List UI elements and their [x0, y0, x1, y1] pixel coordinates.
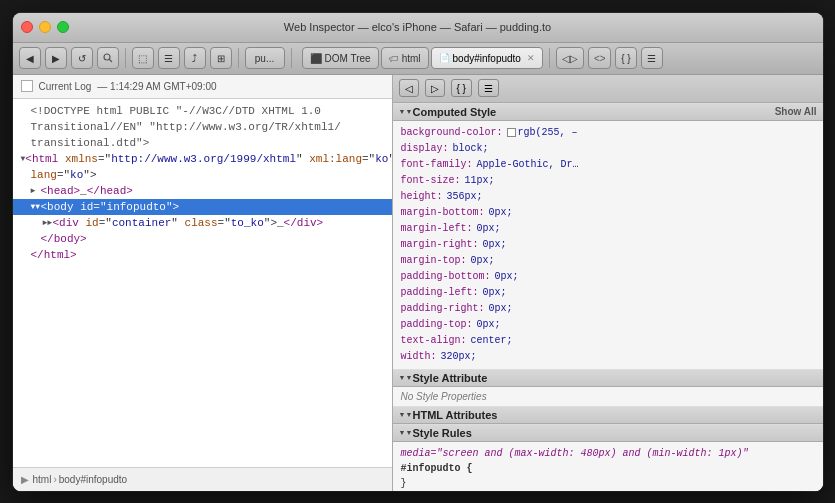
- breadcrumb-arrow: ▶: [21, 474, 29, 485]
- left-panel: Current Log — 1:14:29 AM GMT+09:00 <!DOC…: [13, 75, 393, 491]
- rule-selector-1: #infopudto {: [401, 461, 815, 476]
- cs-row-9: margin-top: 0px;: [401, 253, 815, 269]
- breadcrumb-html[interactable]: html: [33, 474, 52, 485]
- line-text-9: </body>: [41, 231, 87, 247]
- sr-triangle: ▼: [399, 429, 409, 436]
- tab-body[interactable]: 📄 body#infopudto ✕: [431, 47, 543, 69]
- cs-row-4: font-size: 11px;: [401, 173, 815, 189]
- cs-row-11: padding-left: 0px;: [401, 285, 815, 301]
- cs-val-10: 0px;: [495, 269, 519, 285]
- search-icon: [103, 53, 113, 63]
- cs-row-3: font-family: Apple-Gothic, Dr…: [401, 157, 815, 173]
- triangle-7: ▼: [31, 199, 41, 215]
- toolbar-divider-2: [238, 48, 239, 68]
- breadcrumb-body[interactable]: body#infopudto: [59, 474, 127, 485]
- back-button[interactable]: ◀: [19, 47, 41, 69]
- bg-color-swatch[interactable]: [507, 128, 516, 137]
- computed-style-header[interactable]: ▼ Computed Style Show All: [393, 103, 823, 121]
- style-attribute-header[interactable]: ▼ Style Attribute: [393, 369, 823, 387]
- code-icon: <>: [594, 53, 605, 64]
- dom-tree-icon: ⬛: [310, 53, 322, 64]
- search-button[interactable]: [97, 47, 119, 69]
- body-icon: 📄: [439, 53, 450, 63]
- cs-prop-8: margin-right:: [401, 237, 479, 253]
- dom-line-5[interactable]: lang="ko">: [13, 167, 392, 183]
- cs-prop-6: margin-bottom:: [401, 205, 485, 221]
- toolbar: ◀ ▶ ↺ ⬚ ☰ ⤴ ⊞ pu... ⬛ DOM Tree 🏷 html: [13, 43, 823, 75]
- cs-val-3: Apple-Gothic, Dr…: [477, 157, 579, 173]
- cs-prop-7: margin-left:: [401, 221, 473, 237]
- node-btn2[interactable]: <>: [588, 47, 611, 69]
- cs-prop-5: height:: [401, 189, 443, 205]
- reload-button[interactable]: ↺: [71, 47, 93, 69]
- node-prev-btn[interactable]: ◁: [399, 79, 419, 97]
- computed-style-label: Computed Style: [413, 106, 497, 118]
- triangle-8: ►: [43, 215, 53, 231]
- breadcrumb-sep: ›: [53, 474, 56, 485]
- main-content: Current Log — 1:14:29 AM GMT+09:00 <!DOC…: [13, 75, 823, 491]
- cs-prop-13: padding-top:: [401, 317, 473, 333]
- svg-point-0: [104, 54, 110, 60]
- toolbar-divider-4: [549, 48, 550, 68]
- dom-line-3[interactable]: transitional.dtd">: [13, 135, 392, 151]
- html-icon: 🏷: [389, 53, 399, 64]
- tab-html[interactable]: 🏷 html: [381, 47, 429, 69]
- share-button[interactable]: ⤴: [184, 47, 206, 69]
- cs-row-6: margin-bottom: 0px;: [401, 205, 815, 221]
- cs-row-2: display: block;: [401, 141, 815, 157]
- cs-row-5: height: 356px;: [401, 189, 815, 205]
- dom-line-1[interactable]: <!DOCTYPE html PUBLIC "-//W3C//DTD XHTML…: [13, 103, 392, 119]
- cs-row-12: padding-right: 0px;: [401, 301, 815, 317]
- cs-row-8: margin-right: 0px;: [401, 237, 815, 253]
- dom-line-10[interactable]: </html>: [13, 247, 392, 263]
- cs-prop-15: width:: [401, 349, 437, 365]
- inspect-button[interactable]: ⬚: [132, 47, 154, 69]
- line-text-7: <body id="infopudto">: [41, 199, 180, 215]
- dom-line-7[interactable]: ▼ <body id="infopudto">: [13, 199, 392, 215]
- url-field[interactable]: pu...: [245, 47, 285, 69]
- minimize-button[interactable]: [39, 21, 51, 33]
- dom-line-4[interactable]: <html xmlns="http://www.w3.org/1999/xhtm…: [13, 151, 392, 167]
- right-panel: ◁ ▷ { } ☰ ▼ Computed Style Show All back…: [393, 75, 823, 491]
- grid-button[interactable]: ⊞: [210, 47, 232, 69]
- log-checkbox[interactable]: [21, 80, 33, 92]
- sa-triangle: ▼: [399, 374, 409, 381]
- properties-btn[interactable]: { }: [451, 79, 472, 97]
- cs-prop-14: text-align:: [401, 333, 467, 349]
- tab-dom-tree[interactable]: ⬛ DOM Tree: [302, 47, 379, 69]
- show-all-btn[interactable]: Show All: [775, 106, 817, 117]
- cs-val-14: center;: [471, 333, 513, 349]
- list-button[interactable]: ☰: [158, 47, 180, 69]
- forward-button[interactable]: ▶: [45, 47, 67, 69]
- cs-val-11: 0px;: [483, 285, 507, 301]
- rule-close-1: }: [401, 476, 815, 491]
- maximize-button[interactable]: [57, 21, 69, 33]
- dom-line-9[interactable]: </body>: [13, 231, 392, 247]
- node-btn3[interactable]: { }: [615, 47, 637, 69]
- html-attributes-header[interactable]: ▼ HTML Attributes: [393, 406, 823, 424]
- computed-style-area: background-color: rgb(255, – display: bl…: [393, 121, 823, 369]
- html-attributes-label: HTML Attributes: [413, 409, 498, 421]
- ha-triangle: ▼: [399, 411, 409, 418]
- node-btn4[interactable]: ☰: [641, 47, 663, 69]
- style-attribute-label: Style Attribute: [413, 372, 488, 384]
- style-rules-header[interactable]: ▼ Style Rules: [393, 424, 823, 442]
- dom-bottom-bar: ▶ html › body#infopudto: [13, 467, 392, 491]
- dom-line-8[interactable]: ► <div id="container" class="to_ko">_</d…: [13, 215, 392, 231]
- close-button[interactable]: [21, 21, 33, 33]
- metrics-btn[interactable]: ☰: [478, 79, 499, 97]
- cs-val-13: 0px;: [477, 317, 501, 333]
- tab-close-icon[interactable]: ✕: [527, 53, 535, 63]
- cs-prop-11: padding-left:: [401, 285, 479, 301]
- inspector-window: Web Inspector — elco's iPhone — Safari —…: [13, 13, 823, 491]
- dom-tree: <!DOCTYPE html PUBLIC "-//W3C//DTD XHTML…: [13, 99, 392, 467]
- dom-line-6[interactable]: <head>_</head>: [13, 183, 392, 199]
- cs-row-15: width: 320px;: [401, 349, 815, 365]
- node-btn1[interactable]: ◁▷: [556, 47, 584, 69]
- triangle-6: [31, 183, 41, 199]
- dom-line-2[interactable]: Transitional//EN" "http://www.w3.org/TR/…: [13, 119, 392, 135]
- titlebar: Web Inspector — elco's iPhone — Safari —…: [13, 13, 823, 43]
- svg-text:<>: <>: [594, 53, 605, 64]
- cs-val-4: 11px;: [465, 173, 495, 189]
- node-next-btn[interactable]: ▷: [425, 79, 445, 97]
